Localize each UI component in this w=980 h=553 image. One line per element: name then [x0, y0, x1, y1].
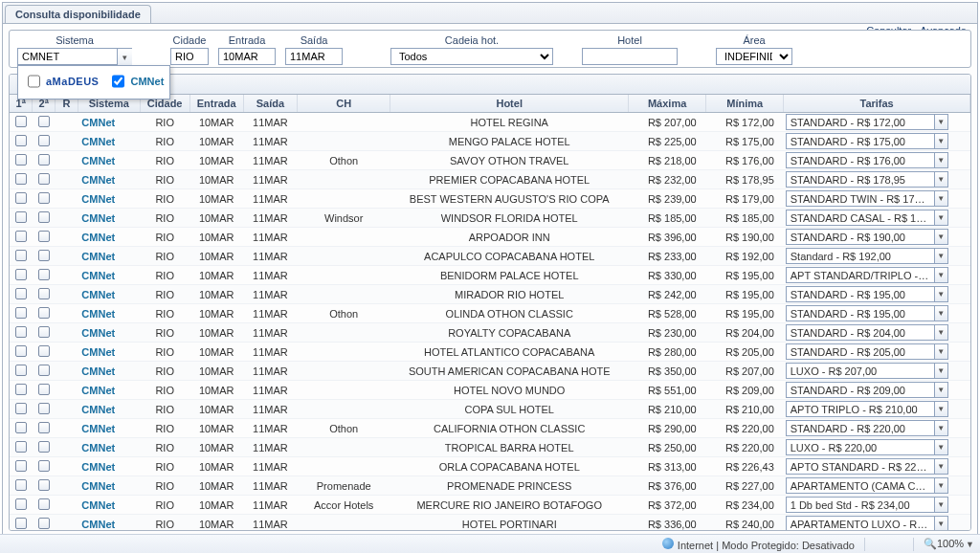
- table-row[interactable]: CMNetRIO10MAR11MARBENIDORM PALACE HOTELR…: [10, 266, 970, 285]
- table-row[interactable]: CMNetRIO10MAR11MARROYALTY COPACABANAR$ 2…: [10, 323, 970, 343]
- table-row[interactable]: CMNetRIO10MAR11MARACAPULCO COPACABANA HO…: [10, 247, 970, 266]
- checkbox-1a[interactable]: [15, 192, 27, 204]
- table-row[interactable]: CMNetRIO10MAR11MARORLA COPACABANA HOTELR…: [10, 457, 970, 476]
- checkbox-2a[interactable]: [38, 518, 50, 529]
- tarifa-dropdown[interactable]: 1 Db bed Std - R$ 234,00▼: [786, 497, 948, 513]
- col-minima[interactable]: Mínima: [706, 95, 784, 113]
- checkbox-2a[interactable]: [38, 307, 50, 319]
- table-row[interactable]: CMNetRIO10MAR11MARARPOADOR INNR$ 396,00R…: [10, 228, 970, 247]
- table-row[interactable]: CMNetRIO10MAR11MARPREMIER COPACABANA HOT…: [10, 170, 970, 189]
- checkbox-1a[interactable]: [15, 365, 27, 376]
- tarifa-dropdown[interactable]: APTO TRIPLO - R$ 210,00▼: [786, 401, 948, 417]
- tarifa-dropdown[interactable]: STANDARD - R$ 172,00▼: [786, 114, 948, 130]
- checkbox-1a[interactable]: [15, 518, 27, 529]
- checkbox-1a[interactable]: [15, 154, 27, 166]
- tab-consulta[interactable]: Consulta disponibilidade: [5, 5, 151, 23]
- table-row[interactable]: CMNetRIO10MAR11MARHOTEL ATLANTICO COPACA…: [10, 343, 970, 362]
- input-cidade[interactable]: [170, 48, 209, 65]
- table-row[interactable]: CMNetRIO10MAR11MARAccor HotelsMERCURE RI…: [10, 496, 970, 515]
- table-row[interactable]: CMNetRIO10MAR11MARTROPICAL BARRA HOTELR$…: [10, 438, 970, 457]
- table-row[interactable]: CMNetRIO10MAR11MARMIRADOR RIO HOTELR$ 24…: [10, 285, 970, 304]
- checkbox-1a[interactable]: [15, 403, 27, 414]
- checkbox-1a[interactable]: [15, 307, 27, 319]
- tarifa-dropdown[interactable]: APTO STANDARD - R$ 226,43▼: [786, 458, 948, 475]
- checkbox-2a[interactable]: [38, 250, 50, 261]
- checkbox-1a[interactable]: [15, 173, 27, 185]
- table-row[interactable]: CMNetRIO10MAR11MAROthonCALIFORNIA OTHON …: [10, 419, 970, 438]
- checkbox-1a[interactable]: [15, 231, 27, 242]
- checkbox-2a[interactable]: [38, 498, 50, 510]
- checkbox-2a[interactable]: [38, 269, 50, 280]
- tarifa-dropdown[interactable]: APARTAMENTO (CAMA CASAL) - R$ 227,00▼: [786, 477, 948, 494]
- checkbox-2a[interactable]: [38, 211, 50, 223]
- checkbox-2a[interactable]: [38, 173, 50, 185]
- tarifa-dropdown[interactable]: STANDARD - R$ 220,00▼: [786, 420, 948, 436]
- checkbox-1a[interactable]: [15, 211, 27, 223]
- checkbox-1a[interactable]: [15, 135, 27, 146]
- input-saida[interactable]: [285, 48, 343, 65]
- col-tarifas[interactable]: Tarifas: [784, 95, 970, 113]
- checkbox-1a[interactable]: [15, 116, 27, 127]
- col-saida[interactable]: Saída: [243, 95, 297, 113]
- table-row[interactable]: CMNetRIO10MAR11MARMENGO PALACE HOTELR$ 2…: [10, 132, 970, 151]
- checkbox-2a[interactable]: [38, 231, 50, 242]
- checkbox-1a[interactable]: [15, 384, 27, 395]
- tarifa-dropdown[interactable]: STANDARD - R$ 176,00▼: [786, 152, 948, 168]
- checkbox-1a[interactable]: [15, 441, 27, 453]
- table-row[interactable]: CMNetRIO10MAR11MAROthonOLINDA OTHON CLAS…: [10, 304, 970, 323]
- checkbox-2a[interactable]: [38, 135, 50, 146]
- checkbox-2a[interactable]: [38, 403, 50, 414]
- checkbox-1a[interactable]: [15, 326, 27, 338]
- tarifa-dropdown[interactable]: STANDARD CASAL - R$ 185,00▼: [786, 210, 948, 226]
- checkbox-amadeus[interactable]: aMaDEUS: [24, 70, 99, 93]
- dropdown-toggle-sistema[interactable]: ▾: [117, 49, 132, 66]
- tarifa-dropdown[interactable]: STANDARD - R$ 178,95▼: [786, 171, 948, 188]
- table-row[interactable]: CMNetRIO10MAR11MARHOTEL REGINAR$ 207,00R…: [10, 113, 970, 132]
- checkbox-1a[interactable]: [15, 250, 27, 261]
- checkbox-1a[interactable]: [15, 479, 27, 491]
- input-entrada[interactable]: [218, 48, 276, 65]
- input-sistema[interactable]: [17, 48, 132, 65]
- checkbox-2a[interactable]: [38, 384, 50, 395]
- checkbox-2a[interactable]: [38, 345, 50, 357]
- checkbox-2a[interactable]: [38, 365, 50, 376]
- tarifa-dropdown[interactable]: Standard - R$ 192,00▼: [786, 248, 948, 264]
- table-row[interactable]: CMNetRIO10MAR11MAROthonSAVOY OTHON TRAVE…: [10, 151, 970, 170]
- checkbox-1a[interactable]: [15, 498, 27, 510]
- tarifa-dropdown[interactable]: STANDARD - R$ 190,00▼: [786, 229, 948, 245]
- table-row[interactable]: CMNetRIO10MAR11MARHOTEL NOVO MUNDOR$ 551…: [10, 381, 970, 400]
- tarifa-dropdown[interactable]: STANDARD - R$ 195,00▼: [786, 305, 948, 321]
- checkbox-1a[interactable]: [15, 460, 27, 472]
- checkbox-2a[interactable]: [38, 422, 50, 433]
- tarifa-dropdown[interactable]: STANDARD - R$ 209,00▼: [786, 382, 948, 398]
- table-row[interactable]: CMNetRIO10MAR11MARBEST WESTERN AUGUSTO'S…: [10, 189, 970, 209]
- checkbox-2a[interactable]: [38, 460, 50, 472]
- checkbox-cmnet[interactable]: CMNet: [108, 70, 164, 93]
- checkbox-1a[interactable]: [15, 269, 27, 280]
- tarifa-dropdown[interactable]: APT STANDARD/TRIPLO - R$ 195,00▼: [786, 267, 948, 283]
- tarifa-dropdown[interactable]: STANDARD TWIN - R$ 179,00▼: [786, 190, 948, 207]
- select-cadeia[interactable]: Todos: [390, 48, 553, 65]
- tarifa-dropdown[interactable]: STANDARD - R$ 204,00▼: [786, 324, 948, 341]
- col-entrada[interactable]: Entrada: [189, 95, 243, 113]
- checkbox-2a[interactable]: [38, 326, 50, 338]
- tarifa-dropdown[interactable]: STANDARD - R$ 205,00▼: [786, 343, 948, 360]
- checkbox-1a[interactable]: [15, 422, 27, 433]
- checkbox-2a[interactable]: [38, 288, 50, 299]
- input-hotel[interactable]: [582, 48, 678, 65]
- tarifa-dropdown[interactable]: LUXO - R$ 220,00▼: [786, 439, 948, 455]
- checkbox-2a[interactable]: [38, 479, 50, 491]
- checkbox-2a[interactable]: [38, 192, 50, 204]
- table-row[interactable]: CMNetRIO10MAR11MARSOUTH AMERICAN COPACAB…: [10, 362, 970, 381]
- zoom-control[interactable]: 🔍100%▼: [924, 538, 974, 550]
- tarifa-dropdown[interactable]: LUXO - R$ 207,00▼: [786, 363, 948, 379]
- checkbox-2a[interactable]: [38, 441, 50, 453]
- checkbox-1a[interactable]: [15, 288, 27, 299]
- tarifa-dropdown[interactable]: APARTAMENTO LUXO - R$ 240,00▼: [786, 516, 948, 530]
- col-maxima[interactable]: Máxima: [629, 95, 706, 113]
- table-row[interactable]: CMNetRIO10MAR11MARHOTEL PORTINARIR$ 336,…: [10, 515, 970, 531]
- checkbox-2a[interactable]: [38, 154, 50, 166]
- col-ch[interactable]: CH: [298, 95, 390, 113]
- table-row[interactable]: CMNetRIO10MAR11MARWindsorWINDSOR FLORIDA…: [10, 209, 970, 228]
- table-row[interactable]: CMNetRIO10MAR11MARCOPA SUL HOTELR$ 210,0…: [10, 400, 970, 419]
